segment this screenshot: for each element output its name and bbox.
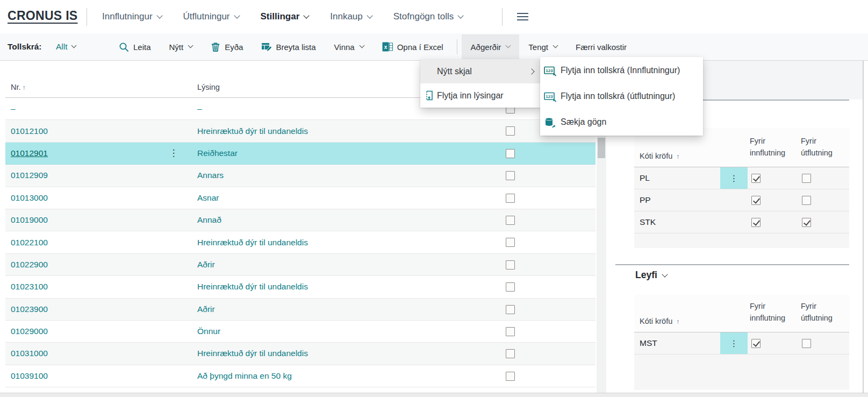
checkbox-fyrir-utflutning[interactable] xyxy=(802,218,811,227)
row-checkbox[interactable] xyxy=(506,282,515,292)
table-row[interactable]: 01012909 Annars xyxy=(5,165,596,187)
sort-asc-icon: ↑ xyxy=(23,84,26,91)
row-nr-link[interactable]: 01012909 xyxy=(11,165,48,186)
row-nr-link[interactable]: 01023900 xyxy=(11,299,48,320)
column-header-fyrir-innflutning[interactable]: Fyrir innflutning xyxy=(750,135,795,161)
factbox-row[interactable]: PL xyxy=(634,167,849,189)
row-lysing-link[interactable]: Hreinræktuð dýr til undaneldis xyxy=(197,276,308,297)
row-checkbox[interactable] xyxy=(506,149,515,158)
table-row[interactable]: 01022100 Hreinræktuð dýr til undaneldis xyxy=(5,231,596,253)
edit-list-button[interactable]: Breyta lista xyxy=(252,34,325,59)
menu-item-flytja-inn-tollskra-innflutningur[interactable]: 123 Flytja inn tollskrá (Innflutningur) xyxy=(540,58,703,83)
sort-asc-icon: ↑ xyxy=(676,153,679,160)
row-lysing-link[interactable]: Önnur xyxy=(197,321,220,342)
row-nr-link[interactable]: 01023100 xyxy=(11,276,48,297)
row-lysing-link[interactable]: Hreinræktuð dýr til undaneldis xyxy=(197,343,308,364)
nav-innkaup[interactable]: Innkaup xyxy=(330,11,372,22)
checkbox-fyrir-utflutning[interactable] xyxy=(802,339,811,348)
column-header-lysing[interactable]: Lýsing xyxy=(197,83,220,91)
row-checkbox[interactable] xyxy=(506,372,515,381)
row-nr-link[interactable]: 01022100 xyxy=(11,231,48,253)
row-lysing-link[interactable]: Hreinræktuð dýr til undaneldis xyxy=(197,231,308,253)
checkbox-fyrir-utflutning[interactable] xyxy=(802,196,811,205)
column-header-fyrir-utflutning[interactable]: Fyrir útflutning xyxy=(801,135,846,159)
section-leyfi[interactable]: Leyfi xyxy=(635,270,667,281)
column-header-nr[interactable]: Nr.↑ xyxy=(11,83,26,91)
process-button[interactable]: Vinna xyxy=(325,34,373,59)
table-row[interactable]: 01023900 Aðrir xyxy=(5,299,596,321)
nav-stofngogn-tolls[interactable]: Stofngögn tolls xyxy=(393,11,463,22)
checkbox-fyrir-innflutning[interactable] xyxy=(751,174,761,183)
row-lysing-link[interactable]: Að þyngd minna en 50 kg xyxy=(197,365,292,387)
menu-item-nytt-skjal[interactable]: Nýtt skjal xyxy=(420,59,541,83)
menu-item-flytja-inn-tollskra-utflutningur[interactable]: 123 Flytja inn tollskrá (útflutningur) xyxy=(540,83,703,109)
menu-item-saekja-gogn[interactable]: Sækja gögn xyxy=(540,109,703,135)
table-row[interactable]: 01012100 Hreinræktuð dýr til undaneldis xyxy=(5,120,596,142)
row-checkbox[interactable] xyxy=(506,216,515,225)
actions-menu-button[interactable]: Aðgerðir xyxy=(462,34,520,59)
row-lysing-link[interactable]: Hreinræktuð dýr til undaneldis xyxy=(197,120,308,141)
row-lysing-link[interactable]: Aðrir xyxy=(197,254,215,275)
row-checkbox[interactable] xyxy=(506,171,515,180)
row-nr-link[interactable]: 01031000 xyxy=(11,343,48,364)
factbox-row[interactable]: MST xyxy=(634,332,849,355)
row-checkbox[interactable] xyxy=(506,349,515,358)
row-checkbox[interactable] xyxy=(506,305,515,314)
menu-icon[interactable] xyxy=(517,13,528,23)
search-button[interactable]: Leita xyxy=(110,34,160,59)
row-lysing-link[interactable]: Asnar xyxy=(197,187,219,209)
row-nr-link[interactable]: 01012100 xyxy=(11,120,48,141)
checkbox-fyrir-innflutning[interactable] xyxy=(751,339,761,348)
row-nr-link[interactable]: 01039100 xyxy=(11,365,48,387)
table-row[interactable]: 01031000 Hreinræktuð dýr til undaneldis xyxy=(5,343,596,365)
table-row[interactable]: 01023100 Hreinræktuð dýr til undaneldis xyxy=(5,276,596,298)
factbox-row[interactable]: PP xyxy=(634,189,849,211)
row-nr-link[interactable]: – xyxy=(11,98,16,119)
scrollbar-thumb[interactable] xyxy=(598,138,605,158)
row-lysing-link[interactable]: – xyxy=(197,98,202,119)
table-row[interactable]: 01039100 Að þyngd minna en 50 kg xyxy=(5,365,596,387)
factbox-row[interactable]: STK xyxy=(634,211,849,233)
row-checkbox[interactable] xyxy=(506,260,515,270)
table-row[interactable]: 01029000 Önnur xyxy=(5,321,596,343)
checkbox-fyrir-innflutning[interactable] xyxy=(751,196,761,205)
fewer-options-button[interactable]: Færri valkostir xyxy=(566,34,636,59)
row-actions-icon[interactable] xyxy=(720,332,748,354)
row-checkbox[interactable] xyxy=(506,194,515,203)
row-lysing-link[interactable]: Aðrir xyxy=(197,299,215,320)
row-nr-link[interactable]: 01022900 xyxy=(11,254,48,275)
row-checkbox[interactable] xyxy=(506,238,515,247)
column-header-koti-krofu[interactable]: Kóti kröfu ↑ xyxy=(640,150,679,162)
column-header-fyrir-innflutning[interactable]: Fyrir innflutning xyxy=(750,300,795,326)
menu-item-flytja-inn-lysingar[interactable]: Flytja inn lýsingar xyxy=(420,83,541,108)
column-header-koti-krofu[interactable]: Kóti kröfu ↑ xyxy=(640,315,679,327)
checkbox-fyrir-utflutning[interactable] xyxy=(802,174,811,183)
row-checkbox[interactable] xyxy=(506,126,515,136)
company-name[interactable]: CRONUS IS xyxy=(8,9,78,23)
table-row[interactable]: 01022900 Aðrir xyxy=(5,254,596,276)
delete-button[interactable]: Eyða xyxy=(202,34,252,59)
view-filter-dropdown[interactable]: Allt xyxy=(56,33,76,60)
row-checkbox[interactable] xyxy=(506,327,515,336)
nav-utflutningur[interactable]: Útflutningur xyxy=(183,11,239,22)
nav-stillingar[interactable]: Stillingar xyxy=(261,11,309,22)
related-menu-button[interactable]: Tengt xyxy=(519,34,566,59)
row-actions-icon[interactable] xyxy=(166,143,182,164)
table-row[interactable]: 01019000 Annað xyxy=(5,209,596,231)
row-lysing-link[interactable]: Reiðhestar xyxy=(197,143,238,164)
row-nr-link[interactable]: 01029000 xyxy=(11,321,48,342)
new-button[interactable]: Nýtt xyxy=(160,34,202,59)
open-in-excel-button[interactable]: x Opna í Excel xyxy=(373,34,453,59)
table-row[interactable]: 01012901 Reiðhestar xyxy=(5,143,596,165)
row-nr-link[interactable]: 01012901 xyxy=(11,143,48,164)
row-nr-link[interactable]: 01013000 xyxy=(11,187,48,209)
row-actions-icon[interactable] xyxy=(720,167,748,189)
row-nr-link[interactable]: 01019000 xyxy=(11,209,48,231)
checkbox-fyrir-innflutning[interactable] xyxy=(751,218,761,227)
chevron-down-icon xyxy=(188,43,193,48)
row-lysing-link[interactable]: Annars xyxy=(197,165,224,186)
row-lysing-link[interactable]: Annað xyxy=(197,209,221,231)
nav-innflutningur[interactable]: Innflutningur xyxy=(102,11,162,22)
table-row[interactable]: 01013000 Asnar xyxy=(5,187,596,209)
column-header-fyrir-utflutning[interactable]: Fyrir útflutning xyxy=(801,300,846,324)
